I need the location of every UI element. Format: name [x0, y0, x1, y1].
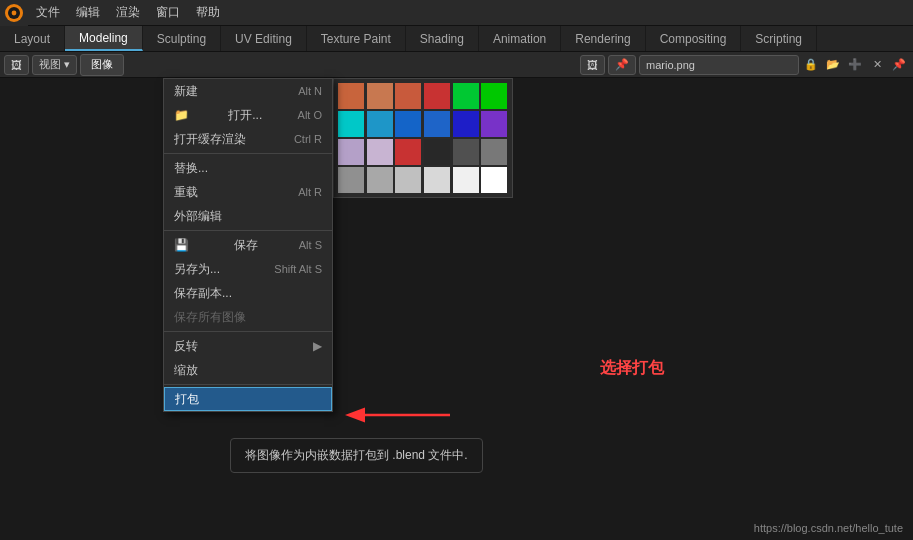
chevron-down-icon: ▾	[64, 58, 70, 71]
menu-external-edit-label: 外部编辑	[174, 208, 222, 225]
image-browse-icon[interactable]: 📂	[823, 55, 843, 75]
separator-2	[164, 230, 332, 231]
color-cell-13[interactable]	[367, 139, 393, 165]
menu-invert[interactable]: 反转 ▶	[164, 334, 332, 358]
folder-icon: 📁	[174, 108, 189, 122]
menu-save[interactable]: 💾 保存 Alt S	[164, 233, 332, 257]
dropdown-menu: 新建 Alt N 📁 打开... Alt O 打开缓存渲染 Ctrl R 替换.…	[163, 78, 333, 412]
menu-render[interactable]: 渲染	[108, 0, 148, 25]
separator-4	[164, 384, 332, 385]
menu-invert-label: 反转	[174, 338, 198, 355]
annotation-arrow	[340, 400, 460, 430]
menu-pack[interactable]: 打包	[164, 387, 332, 411]
menu-edit[interactable]: 编辑	[68, 0, 108, 25]
menu-save-shortcut: Alt S	[299, 239, 322, 251]
color-cell-0[interactable]	[338, 83, 364, 109]
tab-animation[interactable]: Animation	[479, 26, 561, 51]
color-cell-11[interactable]	[481, 111, 507, 137]
blender-logo	[0, 0, 28, 26]
menu-save-label: 保存	[234, 237, 258, 254]
color-cell-18[interactable]	[338, 167, 364, 193]
color-cell-17[interactable]	[481, 139, 507, 165]
menu-new-shortcut: Alt N	[298, 85, 322, 97]
menu-reload-label: 重载	[174, 184, 198, 201]
top-menubar: 文件 编辑 渲染 窗口 帮助	[0, 0, 913, 26]
menu-new[interactable]: 新建 Alt N	[164, 79, 332, 103]
color-cell-16[interactable]	[453, 139, 479, 165]
menu-open-cached-label: 打开缓存渲染	[174, 131, 246, 148]
menu-replace-label: 替换...	[174, 160, 208, 177]
image-new-icon[interactable]: ➕	[845, 55, 865, 75]
menu-save-all: 保存所有图像	[164, 305, 332, 329]
color-cell-21[interactable]	[424, 167, 450, 193]
menu-open-label: 打开...	[228, 107, 262, 124]
image-tab-label: 图像	[91, 57, 113, 72]
menu-open-shortcut: Alt O	[298, 109, 322, 121]
color-cell-20[interactable]	[395, 167, 421, 193]
view-label: 视图	[39, 57, 61, 72]
tab-scripting[interactable]: Scripting	[741, 26, 817, 51]
menu-save-as[interactable]: 另存为... Shift Alt S	[164, 257, 332, 281]
tab-layout[interactable]: Layout	[0, 26, 65, 51]
menu-window[interactable]: 窗口	[148, 0, 188, 25]
menu-reload-shortcut: Alt R	[298, 186, 322, 198]
color-cell-15[interactable]	[424, 139, 450, 165]
color-cell-19[interactable]	[367, 167, 393, 193]
menu-help[interactable]: 帮助	[188, 0, 228, 25]
color-cell-3[interactable]	[424, 83, 450, 109]
tooltip-box: 将图像作为内嵌数据打包到 .blend 文件中.	[230, 438, 483, 473]
image-name-bar: 🖼 📌 🔒 📂 ➕ ✕ 📌	[580, 55, 909, 75]
image-name-input[interactable]	[639, 55, 799, 75]
menu-save-as-shortcut: Shift Alt S	[274, 263, 322, 275]
color-cell-14[interactable]	[395, 139, 421, 165]
image-pin2-icon[interactable]: 📌	[889, 55, 909, 75]
footer-url: https://blog.csdn.net/hello_tute	[754, 522, 903, 534]
image-icon: 🖼	[11, 59, 22, 71]
color-cell-6[interactable]	[338, 111, 364, 137]
menu-external-edit[interactable]: 外部编辑	[164, 204, 332, 228]
menu-open[interactable]: 📁 打开... Alt O	[164, 103, 332, 127]
tab-shading[interactable]: Shading	[406, 26, 479, 51]
menu-new-label: 新建	[174, 83, 198, 100]
tab-modeling[interactable]: Modeling	[65, 26, 143, 51]
image-protect-icon[interactable]: 🔒	[801, 55, 821, 75]
menu-save-copy[interactable]: 保存副本...	[164, 281, 332, 305]
tab-rendering[interactable]: Rendering	[561, 26, 645, 51]
color-cell-22[interactable]	[453, 167, 479, 193]
tab-sculpting[interactable]: Sculpting	[143, 26, 221, 51]
tab-compositing[interactable]: Compositing	[646, 26, 742, 51]
menu-pack-label: 打包	[175, 391, 199, 408]
menu-open-cached[interactable]: 打开缓存渲染 Ctrl R	[164, 127, 332, 151]
color-cell-2[interactable]	[395, 83, 421, 109]
image-close-icon[interactable]: ✕	[867, 55, 887, 75]
view-mode-btn[interactable]: 🖼	[4, 55, 29, 75]
workspace-tabs: Layout Modeling Sculpting UV Editing Tex…	[0, 26, 913, 52]
main-area: 新建 Alt N 📁 打开... Alt O 打开缓存渲染 Ctrl R 替换.…	[0, 78, 913, 540]
menu-save-copy-label: 保存副本...	[174, 285, 232, 302]
color-grid	[338, 83, 508, 193]
svg-point-2	[12, 10, 17, 15]
view-btn[interactable]: 视图 ▾	[32, 55, 77, 75]
tooltip-text: 将图像作为内嵌数据打包到 .blend 文件中.	[245, 448, 468, 462]
separator-3	[164, 331, 332, 332]
image-pin-btn[interactable]: 📌	[608, 55, 636, 75]
color-cell-7[interactable]	[367, 111, 393, 137]
tab-uv-editing[interactable]: UV Editing	[221, 26, 307, 51]
tab-texture-paint[interactable]: Texture Paint	[307, 26, 406, 51]
image-tab[interactable]: 图像	[80, 54, 124, 76]
color-cell-4[interactable]	[453, 83, 479, 109]
menu-replace[interactable]: 替换...	[164, 156, 332, 180]
color-cell-9[interactable]	[424, 111, 450, 137]
menu-file[interactable]: 文件	[28, 0, 68, 25]
color-cell-5[interactable]	[481, 83, 507, 109]
menu-scale[interactable]: 缩放	[164, 358, 332, 382]
top-menu-items: 文件 编辑 渲染 窗口 帮助	[28, 0, 228, 25]
menu-reload[interactable]: 重载 Alt R	[164, 180, 332, 204]
color-cell-12[interactable]	[338, 139, 364, 165]
image-type-btn[interactable]: 🖼	[580, 55, 605, 75]
menu-save-all-label: 保存所有图像	[174, 309, 246, 326]
color-cell-10[interactable]	[453, 111, 479, 137]
color-cell-1[interactable]	[367, 83, 393, 109]
color-cell-8[interactable]	[395, 111, 421, 137]
color-cell-23[interactable]	[481, 167, 507, 193]
